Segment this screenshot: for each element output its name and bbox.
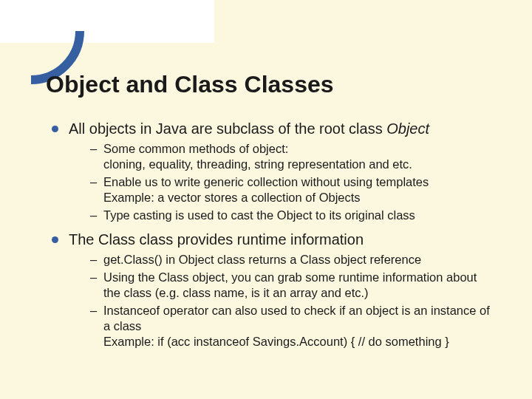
slide-content: All objects in Java are subclass of the … [52, 120, 495, 358]
dash-icon: – [90, 174, 103, 190]
sub-bullet-text: Enable us to write generic collection wi… [103, 174, 495, 206]
bullet-text-italic: Object [386, 120, 429, 137]
sub-bullet-text: Type casting is used to cast the Object … [103, 208, 495, 223]
dash-icon: – [90, 252, 103, 267]
sub-bullet-text: Some common methods of object:cloning, e… [103, 141, 495, 173]
bullet-level1: The Class class provides runtime informa… [52, 231, 495, 249]
slide-title: Object and Class Classes [46, 71, 334, 98]
dash-icon: – [90, 208, 103, 223]
bullet-level1: All objects in Java are subclass of the … [52, 120, 495, 138]
slide: Object and Class Classes All objects in … [0, 0, 532, 399]
bullet-dot-icon [52, 126, 58, 132]
sub-bullet-text: Instanceof operator can also used to che… [103, 303, 495, 350]
sub-bullet-text: Using the Class object, you can grab som… [103, 270, 495, 301]
sub-bullet: – get.Class() in Object class returns a … [90, 252, 495, 267]
dash-icon: – [90, 270, 103, 285]
dash-icon: – [90, 303, 103, 318]
bullet-text: All objects in Java are subclass of the … [69, 120, 495, 138]
bullet-text-part: All objects in Java are subclass of the … [69, 120, 386, 137]
sub-bullet: – Some common methods of object:cloning,… [90, 141, 495, 173]
bullet-text: The Class class provides runtime informa… [69, 231, 495, 249]
sub-bullet: – Instanceof operator can also used to c… [90, 303, 495, 350]
bullet-dot-icon [52, 236, 58, 243]
sub-bullet-text: get.Class() in Object class returns a Cl… [103, 252, 495, 267]
dash-icon: – [90, 141, 103, 157]
sub-bullets: – Some common methods of object:cloning,… [90, 141, 495, 223]
sub-bullets: – get.Class() in Object class returns a … [90, 252, 495, 350]
sub-bullet: – Using the Class object, you can grab s… [90, 270, 495, 301]
sub-bullet: – Enable us to write generic collection … [90, 174, 495, 206]
sub-bullet: – Type casting is used to cast the Objec… [90, 208, 495, 223]
